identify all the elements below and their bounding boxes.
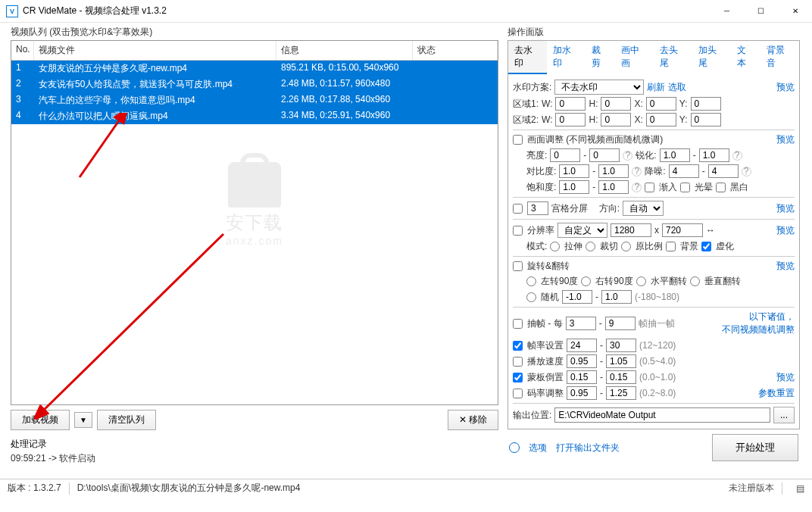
bright-max-input[interactable] — [589, 148, 620, 162]
rot-l90-radio[interactable] — [526, 276, 536, 286]
speed-checkbox[interactable] — [513, 357, 523, 367]
contrast-min-input[interactable] — [559, 164, 589, 178]
help-icon[interactable]: ? — [732, 151, 742, 161]
col-status[interactable]: 状态 — [413, 41, 498, 60]
tab-bgm[interactable]: 背景音 — [760, 41, 799, 74]
fps-min-input[interactable] — [567, 339, 597, 352]
maximize-button[interactable]: ☐ — [744, 0, 778, 23]
tab-add-watermark[interactable]: 加水印 — [547, 41, 586, 74]
area1-h-input[interactable] — [601, 97, 631, 111]
table-row[interactable]: 1 女朋友说的五分钟是多久呢-new.mp4 895.21 KB, 0:15.0… — [11, 61, 498, 76]
rot-r90-radio[interactable] — [581, 276, 591, 286]
sharp-max-input[interactable] — [699, 148, 729, 162]
mode-crop-radio[interactable] — [586, 242, 595, 251]
table-row[interactable]: 3 汽车上的这些字母，你知道意思吗.mp4 2.26 MB, 0:17.88, … — [11, 92, 498, 108]
res-w-input[interactable] — [611, 223, 651, 237]
minimize-button[interactable]: ─ — [710, 0, 744, 23]
sat-max-input[interactable] — [598, 180, 629, 194]
rot-vflip-radio[interactable] — [690, 276, 700, 286]
add-video-dropdown[interactable]: ▼ — [74, 412, 92, 428]
mask-max-input[interactable] — [606, 370, 636, 384]
tab-crop[interactable]: 裁剪 — [586, 41, 615, 74]
col-no[interactable]: No. — [11, 41, 34, 60]
speed-min-input[interactable] — [567, 354, 597, 368]
fps-checkbox[interactable] — [513, 341, 523, 351]
bright-min-input[interactable] — [550, 148, 580, 162]
dropframe-checkbox[interactable] — [513, 319, 523, 329]
area2-h-input[interactable] — [601, 113, 631, 126]
swap-icon[interactable]: ↔ — [706, 225, 715, 236]
noise-min-input[interactable] — [669, 164, 699, 178]
reset-params-link[interactable]: 参数重置 — [758, 387, 795, 400]
tab-remove-watermark[interactable]: 去水印 — [508, 41, 547, 74]
wm-preview-link[interactable]: 预览 — [776, 81, 795, 94]
fade-in-checkbox[interactable] — [645, 183, 654, 192]
drop-min-input[interactable] — [566, 317, 596, 330]
drop-max-input[interactable] — [605, 317, 636, 330]
area1-y-input[interactable] — [691, 97, 721, 111]
res-h-input[interactable] — [662, 223, 703, 237]
rot-hflip-radio[interactable] — [636, 276, 646, 286]
adjust-checkbox[interactable] — [513, 135, 523, 145]
bitrate-checkbox[interactable] — [513, 389, 523, 398]
rot-rand-radio[interactable] — [526, 292, 536, 302]
close-button[interactable]: ✕ — [778, 0, 812, 23]
col-info[interactable]: 信息 — [276, 41, 413, 60]
sat-min-input[interactable] — [559, 180, 589, 194]
area1-x-input[interactable] — [646, 97, 676, 111]
wm-refresh-link[interactable]: 刷新 — [647, 81, 665, 94]
mask-checkbox[interactable] — [513, 373, 523, 382]
help-icon[interactable]: ? — [742, 167, 751, 176]
rate-min-input[interactable] — [567, 386, 597, 400]
tab-trim-head[interactable]: 去头尾 — [654, 41, 692, 74]
area2-y-input[interactable] — [691, 113, 721, 126]
mask-preview-link[interactable]: 预览 — [776, 371, 795, 384]
clear-queue-button[interactable]: 清空队列 — [97, 410, 156, 430]
glow-checkbox[interactable] — [680, 183, 690, 192]
fps-max-input[interactable] — [606, 339, 636, 352]
help-icon[interactable]: ? — [632, 183, 642, 192]
res-preset-select[interactable]: 自定义 — [557, 223, 607, 238]
rate-max-input[interactable] — [606, 386, 636, 400]
start-process-button[interactable]: 开始处理 — [712, 434, 798, 461]
mode-orig-radio[interactable] — [621, 242, 631, 251]
open-output-link[interactable]: 打开输出文件夹 — [556, 442, 620, 454]
col-file[interactable]: 视频文件 — [34, 41, 276, 60]
table-row[interactable]: 4 什么办法可以把人瞬间逼疯.mp4 3.34 MB, 0:25.91, 540… — [11, 108, 498, 124]
mode-stretch-radio[interactable] — [550, 242, 560, 251]
output-path-input[interactable] — [554, 407, 770, 423]
wm-select-link[interactable]: 选取 — [668, 81, 686, 94]
tab-text[interactable]: 文本 — [731, 41, 760, 74]
rotate-checkbox[interactable] — [513, 261, 523, 271]
grid-preview-link[interactable]: 预览 — [776, 202, 795, 215]
adjust-preview-link[interactable]: 预览 — [776, 133, 795, 146]
grid-checkbox[interactable] — [513, 204, 523, 214]
bw-checkbox[interactable] — [716, 183, 726, 192]
grid-dir-select[interactable]: 自动 — [623, 201, 664, 216]
help-icon[interactable]: ? — [623, 151, 632, 161]
add-video-button[interactable]: 加载视频 — [11, 410, 70, 430]
help-icon[interactable]: ? — [632, 167, 642, 176]
remove-button[interactable]: ✕ 移除 — [448, 410, 498, 430]
area2-x-input[interactable] — [646, 113, 676, 126]
options-link[interactable]: 选项 — [529, 442, 547, 454]
table-row[interactable]: 2 女友说有50人给我点赞，就送我个马可皮肤.mp4 2.48 MB, 0:11… — [11, 76, 498, 92]
tab-pip[interactable]: 画中画 — [615, 41, 654, 74]
sharp-min-input[interactable] — [660, 148, 690, 162]
video-list[interactable]: No. 视频文件 信息 状态 1 女朋友说的五分钟是多久呢-new.mp4 89… — [11, 40, 498, 405]
mask-min-input[interactable] — [567, 370, 597, 384]
contrast-max-input[interactable] — [598, 164, 629, 178]
browse-output-button[interactable]: ... — [773, 407, 795, 423]
rotate-preview-link[interactable]: 预览 — [776, 260, 795, 273]
speed-max-input[interactable] — [606, 354, 636, 368]
menu-icon[interactable]: ▤ — [796, 483, 804, 494]
rot-min-input[interactable] — [562, 290, 592, 304]
blur-checkbox[interactable] — [701, 242, 711, 251]
noise-max-input[interactable] — [708, 164, 739, 178]
bg-checkbox[interactable] — [666, 242, 676, 251]
res-checkbox[interactable] — [513, 226, 523, 236]
res-preview-link[interactable]: 预览 — [776, 224, 795, 237]
area2-w-input[interactable] — [555, 113, 586, 126]
rot-max-input[interactable] — [601, 290, 632, 304]
area1-w-input[interactable] — [555, 97, 586, 111]
